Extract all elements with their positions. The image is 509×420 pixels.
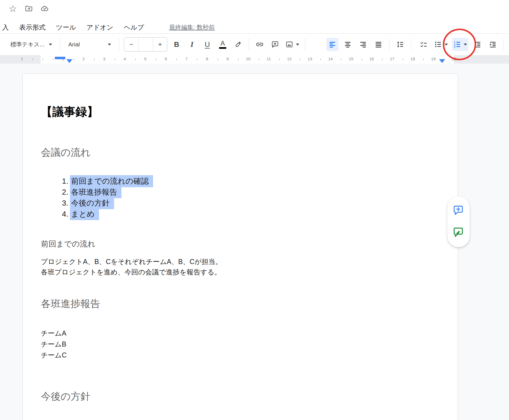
add-comment-blue-icon — [452, 204, 465, 217]
chevron-down-icon[interactable] — [296, 44, 299, 46]
ruler-tick — [43, 59, 43, 60]
left-indent-marker[interactable] — [66, 59, 72, 63]
font-size-decrease-button[interactable]: − — [124, 38, 138, 51]
selected-list-text[interactable]: 今後の方針 — [70, 197, 114, 209]
paragraph-style-selector[interactable]: 標準テキス... — [7, 38, 55, 51]
menu-insert-clipped[interactable]: 入 — [2, 23, 9, 32]
text-color-swatch — [219, 47, 226, 49]
toolbar-separator — [249, 38, 249, 50]
doc-title[interactable]: 【議事録】 — [41, 104, 98, 119]
ruler-number: 16 — [369, 56, 374, 61]
menu-help[interactable]: ヘルプ — [124, 23, 144, 32]
font-size-control: − + — [124, 37, 167, 52]
suggest-edits-fab[interactable] — [452, 226, 465, 239]
decrease-indent-button[interactable] — [471, 38, 483, 51]
document-page[interactable]: 【議事録】 会議の流れ 1. 前回までの流れの確認 2. 各班進捗報告 3. 今… — [22, 73, 458, 420]
heading-meeting-flow[interactable]: 会議の流れ — [41, 146, 91, 159]
increase-indent-icon — [489, 41, 497, 48]
increase-indent-button[interactable] — [487, 38, 499, 51]
ruler-tick — [238, 59, 239, 60]
heading-future-policy[interactable]: 今後の方針 — [41, 390, 91, 403]
toolbar-separator — [389, 38, 389, 50]
last-edit-link[interactable]: 最終編集: 数秒前 — [169, 23, 215, 32]
heading-progress-report[interactable]: 各班進捗報告 — [41, 297, 100, 310]
highlight-color-button[interactable] — [232, 38, 244, 51]
selected-list-text[interactable]: まとめ — [70, 208, 99, 220]
body-paragraph-line[interactable]: 各班プロジェクトを進め、今回の会議で進捗を報告する。 — [41, 267, 221, 277]
insert-image-button[interactable] — [284, 38, 300, 51]
toolbar-separator — [504, 38, 504, 50]
ruler-tick — [197, 59, 197, 60]
chevron-down-icon[interactable] — [445, 44, 448, 46]
chevron-down-icon — [49, 44, 52, 46]
ruler-number: 5 — [144, 56, 146, 61]
add-comment-button[interactable] — [269, 38, 281, 51]
checklist-button[interactable] — [418, 38, 430, 51]
font-family-selector[interactable]: Arial — [65, 38, 114, 51]
bulleted-list-button[interactable] — [433, 38, 449, 51]
list-number: 4. — [55, 210, 68, 218]
agenda-item[interactable]: 2. 各班進捗報告 — [55, 187, 121, 198]
toolbar: 標準テキス... Arial − + B I U A — [0, 34, 509, 55]
ruler-number: 13 — [308, 56, 312, 61]
ruler-number: 15 — [349, 56, 354, 61]
ruler-number: 1 — [21, 56, 23, 61]
ruler-number: 20 — [452, 56, 456, 61]
menu-addons[interactable]: アドオン — [86, 23, 113, 32]
agenda-item[interactable]: 3. 今後の方針 — [55, 198, 114, 209]
align-center-button[interactable] — [342, 38, 354, 51]
star-icon[interactable]: ☆ — [8, 4, 18, 13]
ruler-tick — [320, 59, 321, 60]
ruler-tick — [73, 59, 74, 60]
add-comment-fab[interactable] — [452, 204, 465, 217]
numbered-list-icon: 1 2 3 — [453, 41, 461, 48]
chevron-down-icon — [108, 44, 111, 46]
checklist-icon — [420, 41, 428, 48]
team-line[interactable]: チームA — [41, 328, 66, 338]
bulleted-list-icon — [434, 41, 442, 48]
bold-button[interactable]: B — [171, 38, 183, 51]
team-line[interactable]: チームC — [41, 350, 67, 360]
italic-button[interactable]: I — [186, 38, 198, 51]
numbered-list-button[interactable]: 1 2 3 — [452, 38, 468, 51]
align-justify-button[interactable] — [372, 38, 384, 51]
agenda-item[interactable]: 4. まとめ — [55, 209, 99, 220]
move-folder-icon[interactable] — [24, 4, 33, 13]
line-spacing-icon — [396, 41, 404, 48]
line-spacing-button[interactable] — [394, 38, 406, 51]
font-size-value[interactable] — [138, 38, 153, 51]
selected-list-text[interactable]: 各班進捗報告 — [70, 186, 121, 198]
toolbar-separator — [119, 38, 119, 50]
chevron-down-icon[interactable] — [464, 44, 467, 46]
list-number: 1. — [55, 177, 68, 186]
right-indent-marker[interactable] — [439, 59, 445, 63]
insert-link-button[interactable] — [254, 38, 266, 51]
add-comment-icon — [271, 41, 279, 48]
list-controls-group: 1 2 3 — [418, 38, 505, 51]
ruler-tick — [423, 59, 424, 60]
align-center-icon — [344, 41, 352, 48]
menu-format[interactable]: 表示形式 — [19, 23, 46, 32]
align-left-button[interactable] — [326, 38, 338, 51]
team-line[interactable]: チームB — [41, 339, 66, 349]
text-color-button[interactable]: A — [217, 38, 229, 51]
ruler-tick — [300, 59, 300, 60]
cloud-saved-icon[interactable] — [40, 4, 49, 13]
agenda-item[interactable]: 1. 前回までの流れの確認 — [55, 176, 153, 187]
ruler-tick — [217, 59, 218, 60]
ruler-tick — [279, 59, 280, 60]
font-size-increase-button[interactable]: + — [153, 38, 167, 51]
ruler-number: 18 — [411, 56, 415, 61]
first-line-indent-marker[interactable] — [55, 57, 65, 59]
menu-tools[interactable]: ツール — [56, 23, 76, 32]
ruler-number: 19 — [431, 56, 436, 61]
svg-text:3: 3 — [454, 46, 456, 48]
titlebar-quick-actions: ☆ — [8, 4, 49, 13]
selected-list-text[interactable]: 前回までの流れの確認 — [70, 175, 153, 187]
ruler-tick — [135, 59, 136, 60]
underline-button[interactable]: U — [201, 38, 213, 51]
toolbar-separator — [411, 38, 411, 50]
body-paragraph-line[interactable]: プロジェクトA、B、CをそれぞれチームA、B、Cが担当。 — [41, 256, 222, 267]
align-right-button[interactable] — [357, 38, 369, 51]
heading-previous-flow[interactable]: 前回までの流れ — [41, 239, 95, 249]
